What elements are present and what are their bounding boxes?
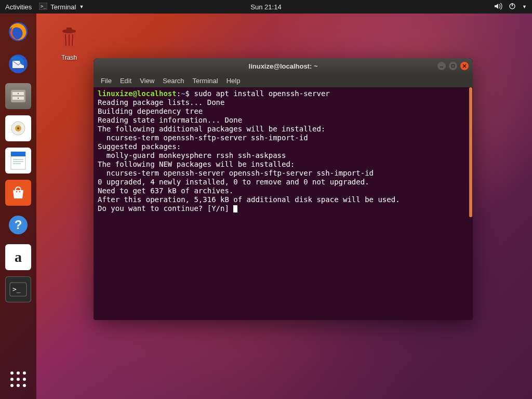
terminal-menubar: File Edit View Search Terminal Help — [94, 74, 473, 87]
power-icon[interactable] — [509, 3, 516, 11]
svg-point-13 — [17, 127, 19, 129]
dock-terminal[interactable]: >_ — [5, 276, 31, 302]
output-line: ncurses-term openssh-sftp-server ssh-imp… — [98, 134, 308, 142]
menu-file[interactable]: File — [101, 77, 112, 85]
cursor — [233, 205, 237, 212]
shopping-bag-icon — [9, 185, 27, 201]
launcher-dock: ? a >_ — [0, 14, 36, 399]
svg-point-20 — [19, 191, 21, 193]
desktop-trash-label: Trash — [51, 54, 87, 61]
svg-text:>_: >_ — [12, 285, 21, 293]
menu-help[interactable]: Help — [227, 77, 241, 85]
svg-text:?: ? — [15, 218, 22, 232]
dock-thunderbird[interactable] — [5, 51, 31, 77]
prompt-userhost: linuxize@localhost — [98, 89, 177, 98]
output-line: 0 upgraded, 4 newly installed, 0 to remo… — [98, 178, 369, 186]
document-icon — [9, 150, 27, 171]
menu-terminal[interactable]: Terminal — [193, 77, 218, 85]
dock-help[interactable]: ? — [5, 212, 31, 238]
window-minimize-button[interactable] — [437, 62, 446, 70]
files-icon — [9, 88, 27, 104]
window-maximize-button[interactable] — [449, 62, 457, 70]
svg-text:>_: >_ — [41, 4, 46, 9]
volume-icon[interactable] — [494, 3, 502, 11]
scrollbar-thumb[interactable] — [469, 87, 472, 217]
output-line: Reading state information... Done — [98, 116, 242, 124]
app-menu-terminal[interactable]: >_ Terminal ▼ — [39, 3, 84, 11]
dock-software[interactable] — [5, 180, 31, 206]
output-line: After this operation, 5,316 kB of additi… — [98, 195, 400, 204]
top-panel: Activities >_ Terminal ▼ Sun 21:14 ▼ — [0, 0, 532, 14]
dock-files[interactable] — [5, 83, 31, 109]
svg-rect-15 — [11, 152, 25, 156]
menu-search[interactable]: Search — [163, 77, 184, 85]
desktop-trash[interactable]: Trash — [51, 25, 87, 61]
output-line: molly-guard monkeysphere rssh ssh-askpas… — [98, 151, 286, 159]
dock-amazon[interactable]: a — [5, 244, 31, 270]
output-line: Building dependency tree — [98, 107, 203, 115]
output-line: Suggested packages: — [98, 142, 181, 151]
svg-line-27 — [65, 34, 66, 46]
speaker-icon — [10, 121, 26, 136]
clock[interactable]: Sun 21:14 — [250, 3, 281, 11]
chevron-down-icon: ▼ — [79, 4, 84, 9]
activities-button[interactable]: Activities — [5, 3, 32, 11]
output-line: The following NEW packages will be insta… — [98, 160, 295, 168]
terminal-icon: >_ — [9, 282, 27, 297]
output-line: The following additional packages will b… — [98, 125, 325, 133]
svg-rect-26 — [66, 28, 72, 30]
trash-icon — [51, 25, 87, 53]
svg-rect-31 — [452, 65, 455, 68]
firefox-icon — [7, 21, 29, 43]
svg-line-29 — [72, 34, 73, 46]
show-applications[interactable] — [8, 369, 29, 390]
svg-rect-6 — [11, 90, 25, 102]
window-title: linuxize@localhost: ~ — [249, 62, 318, 70]
dock-writer[interactable] — [5, 148, 31, 174]
output-line: Reading package lists... Done — [98, 98, 224, 107]
chevron-down-icon[interactable]: ▼ — [522, 4, 527, 9]
terminal-window: linuxize@localhost: ~ File Edit View Sea… — [94, 58, 473, 320]
amazon-icon: a — [15, 249, 22, 265]
help-icon: ? — [7, 214, 29, 236]
svg-point-9 — [18, 93, 19, 94]
dock-firefox[interactable] — [5, 19, 31, 45]
entered-command: sudo apt install openssh-server — [194, 89, 329, 98]
dock-rhythmbox[interactable] — [5, 115, 31, 141]
menu-view[interactable]: View — [140, 77, 154, 85]
terminal-icon: >_ — [39, 3, 47, 11]
thunderbird-icon — [7, 53, 29, 75]
svg-point-19 — [16, 191, 18, 193]
menu-edit[interactable]: Edit — [120, 77, 131, 85]
terminal-body[interactable]: linuxize@localhost:~$ sudo apt install o… — [94, 87, 473, 320]
output-line: Do you want to continue? [Y/n] — [98, 204, 233, 212]
prompt-path: ~ — [181, 89, 185, 98]
window-titlebar[interactable]: linuxize@localhost: ~ — [94, 58, 473, 74]
svg-point-10 — [18, 98, 19, 99]
window-close-button[interactable] — [460, 62, 469, 70]
output-line: ncurses-term openssh-server openssh-sftp… — [98, 169, 374, 177]
output-line: Need to get 637 kB of archives. — [98, 187, 233, 195]
